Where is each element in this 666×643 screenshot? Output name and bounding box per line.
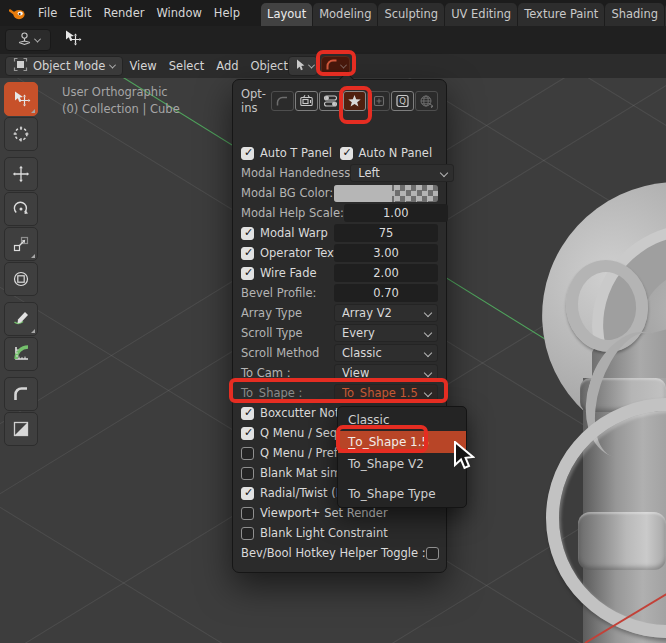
pref-label: Scroll Type bbox=[241, 326, 303, 340]
curve-icon[interactable] bbox=[271, 91, 294, 111]
number-field[interactable]: 2.00 bbox=[334, 264, 438, 282]
tool-cursor[interactable] bbox=[4, 117, 38, 151]
menu-window[interactable]: Window bbox=[150, 6, 207, 20]
checkbox[interactable] bbox=[241, 527, 254, 540]
number-field[interactable]: 75 bbox=[334, 224, 438, 242]
dropdown[interactable]: Left bbox=[350, 164, 454, 182]
dropdown[interactable]: Classic bbox=[334, 344, 438, 362]
viewport-menus: ViewSelectAddObject bbox=[123, 59, 294, 73]
checkbox[interactable] bbox=[241, 267, 254, 280]
tool-pipe[interactable] bbox=[4, 377, 38, 411]
pref-label: Modal BG Color: bbox=[241, 186, 333, 200]
blender-window: FileEditRenderWindowHelp LayoutModelingS… bbox=[0, 0, 666, 643]
number-field[interactable]: 1.00 bbox=[344, 204, 448, 222]
viewport-menu-view[interactable]: View bbox=[123, 59, 162, 73]
pref-label: Modal Handedness bbox=[241, 166, 350, 180]
pref-row-to-shape: To_Shape :To_Shape 1.5 bbox=[241, 384, 438, 402]
viewport-menu-select[interactable]: Select bbox=[163, 59, 210, 73]
blender-logo-icon[interactable] bbox=[0, 6, 32, 21]
checkbox[interactable] bbox=[340, 147, 353, 160]
pref-label: Bevel Profile: bbox=[241, 286, 316, 300]
tool-scale[interactable] bbox=[4, 227, 38, 261]
tab-uv-editing[interactable]: UV Editing bbox=[445, 3, 517, 26]
pref-row-modal-handedness: Modal HandednessLeft bbox=[241, 164, 438, 182]
globe-icon[interactable] bbox=[415, 91, 438, 111]
dropdown[interactable]: View bbox=[334, 364, 438, 382]
optins-row: Opt-ins Q bbox=[241, 90, 438, 112]
dropdown[interactable]: To_Shape 1.5 bbox=[334, 384, 438, 402]
pref-label: To Cam : bbox=[241, 366, 291, 380]
chevron-down-icon bbox=[307, 61, 314, 68]
pref-row-modal-warp: Modal Warp75 bbox=[241, 224, 438, 242]
tab-sculpting[interactable]: Sculpting bbox=[378, 3, 444, 26]
number-field[interactable]: 0.70 bbox=[334, 284, 438, 302]
color-swatch[interactable] bbox=[334, 185, 438, 202]
tool-rotate[interactable] bbox=[4, 192, 38, 226]
select-tool-dropdown[interactable] bbox=[288, 56, 318, 76]
tab-shading[interactable]: Shading bbox=[605, 3, 664, 26]
pref-label: Auto N Panel bbox=[359, 146, 433, 160]
tool-measure[interactable] bbox=[4, 337, 38, 371]
chevron-down-icon bbox=[340, 61, 347, 68]
viewport-editor-icon bbox=[17, 31, 32, 49]
tool-cut[interactable] bbox=[4, 412, 38, 446]
tool-move[interactable] bbox=[4, 157, 38, 191]
mouse-cursor bbox=[453, 441, 475, 474]
pref-row-modal-help-scale: Modal Help Scale:1.00 bbox=[241, 204, 438, 222]
active-tool-tweak-icon bbox=[63, 29, 82, 51]
camera-icon[interactable] bbox=[295, 91, 318, 111]
tab-texture-paint[interactable]: Texture Paint bbox=[518, 3, 604, 26]
collection-label: (0) Collection | Cube bbox=[62, 101, 180, 118]
checkbox[interactable] bbox=[241, 427, 254, 440]
svg-text:Q: Q bbox=[399, 96, 406, 106]
toggles-icon[interactable] bbox=[319, 91, 342, 111]
number-field[interactable]: 3.00 bbox=[334, 244, 438, 262]
tool-transform[interactable] bbox=[4, 262, 38, 296]
menu-render[interactable]: Render bbox=[98, 6, 151, 20]
tool-settings-row bbox=[0, 26, 666, 54]
editor-type-dropdown[interactable] bbox=[5, 29, 51, 51]
menu-item-to-shape-v2[interactable]: To_Shape V2 bbox=[338, 453, 466, 475]
pref-label: To_Shape : bbox=[241, 386, 302, 400]
tool-annotate[interactable] bbox=[4, 302, 38, 336]
pref-row-scroll-type: Scroll TypeEvery bbox=[241, 324, 438, 342]
topbar-menus: FileEditRenderWindowHelp bbox=[32, 6, 246, 20]
adjust-icon[interactable] bbox=[367, 91, 390, 111]
checkbox[interactable] bbox=[241, 227, 254, 240]
subtool-corner-mark bbox=[31, 254, 35, 258]
checkbox[interactable] bbox=[241, 407, 254, 420]
tab-layout[interactable]: Layout bbox=[261, 3, 312, 26]
viewport-menu-add[interactable]: Add bbox=[210, 59, 244, 73]
viewport-overlay-text: User Orthographic (0) Collection | Cube bbox=[62, 84, 180, 118]
mode-selector-dropdown[interactable]: Object Mode bbox=[5, 56, 123, 76]
pref-row-array-type: Array TypeArray V2 bbox=[241, 304, 438, 322]
hardops-icon bbox=[325, 58, 339, 75]
menu-help[interactable]: Help bbox=[208, 6, 246, 20]
star-icon[interactable] bbox=[343, 91, 366, 111]
checkbox[interactable] bbox=[241, 467, 254, 480]
q-icon[interactable]: Q bbox=[391, 91, 414, 111]
menu-edit[interactable]: Edit bbox=[63, 6, 97, 20]
pref-label: Wire Fade bbox=[260, 266, 317, 280]
dropdown[interactable]: Array V2 bbox=[334, 304, 438, 322]
menu-file[interactable]: File bbox=[32, 6, 63, 20]
tool-tweak[interactable] bbox=[4, 82, 38, 116]
checkbox[interactable] bbox=[241, 447, 254, 460]
pref-row-modal-bg-color: Modal BG Color: bbox=[241, 184, 438, 202]
menu-item-to-shape-1-5[interactable]: To_Shape 1.5 bbox=[338, 431, 466, 453]
menu-item-classic[interactable]: Classic bbox=[338, 409, 466, 431]
menu-item-to-shape-type[interactable]: To_Shape Type bbox=[338, 483, 466, 505]
pref-row-auto-t-panel: Auto T PanelAuto N Panel bbox=[241, 144, 438, 162]
checkbox[interactable] bbox=[241, 147, 254, 160]
dropdown[interactable]: Every bbox=[334, 324, 438, 342]
checkbox[interactable] bbox=[426, 547, 439, 560]
checkbox[interactable] bbox=[241, 247, 254, 260]
viewport-header: Object Mode ViewSelectAddObject bbox=[0, 54, 666, 78]
checkbox[interactable] bbox=[241, 487, 254, 500]
viewport-menu-object[interactable]: Object bbox=[245, 59, 294, 73]
checkbox[interactable] bbox=[241, 507, 254, 520]
pref-label: Array Type bbox=[241, 306, 302, 320]
select-cursor-icon bbox=[293, 58, 307, 75]
tab-modeling[interactable]: Modeling bbox=[313, 3, 377, 26]
pref-label: Modal Help Scale: bbox=[241, 206, 344, 220]
